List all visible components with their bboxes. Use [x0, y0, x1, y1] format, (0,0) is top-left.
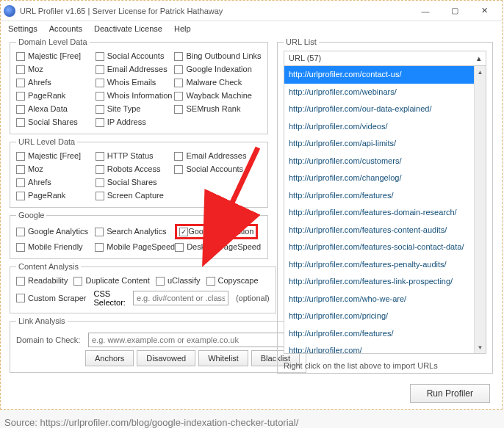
whitelist-button[interactable]: Whitelist — [198, 350, 248, 366]
google-group: Google Google AnalyticsSearch AnalyticsG… — [10, 211, 268, 259]
checkbox-majestic-free-[interactable]: Majestic [Free] — [16, 51, 96, 62]
url-item[interactable]: http://urlprofiler.com/customers/ — [284, 153, 474, 170]
content-analysis-group: Content Analysis ReadabilityDuplicate Co… — [10, 262, 276, 313]
url-item[interactable]: http://urlprofiler.com/videos/ — [284, 118, 474, 136]
google-legend: Google — [16, 211, 46, 220]
url-list-box[interactable]: http://urlprofiler.com/contact-us/http:/… — [284, 65, 486, 354]
checkbox-screen-capture[interactable]: Screen Capture — [96, 190, 175, 201]
checkbox-ahrefs[interactable]: Ahrefs — [16, 177, 96, 188]
custom-scraper-checkbox[interactable]: Custom Scraper — [16, 293, 86, 304]
content-legend: Content Analysis — [16, 262, 81, 271]
checkbox-desktop-pagespeed[interactable]: Desktop PageSpeed — [175, 242, 262, 253]
url-level-legend: URL Level Data — [16, 137, 77, 146]
url-item[interactable]: http://urlprofiler.com/pricing/ — [284, 308, 474, 325]
checkbox-social-accounts[interactable]: Social Accounts — [96, 51, 175, 62]
checkbox-alexa-data[interactable]: Alexa Data — [16, 104, 96, 115]
url-list-legend: URL List — [284, 37, 319, 46]
url-item[interactable]: http://urlprofiler.com/features-domain-r… — [284, 204, 474, 222]
checkbox-readability[interactable]: Readability — [16, 275, 68, 286]
menu-deactivate[interactable]: Deactivate License — [94, 24, 162, 33]
checkbox-moz[interactable]: Moz — [16, 164, 96, 175]
checkbox-[interactable] — [174, 117, 262, 128]
chevron-up-icon: ▴ — [477, 54, 481, 63]
link-analysis-group: Link Analysis Domain to Check: AnchorsDi… — [10, 316, 306, 373]
checkbox-duplicate-content[interactable]: Duplicate Content — [73, 275, 149, 286]
optional-label: (optional) — [236, 294, 270, 302]
url-level-group: URL Level Data Majestic [Free]HTTP Statu… — [10, 137, 268, 208]
url-item[interactable]: http://urlprofiler.com/features/ — [284, 325, 474, 343]
checkbox-[interactable] — [174, 177, 262, 188]
checkbox-copyscape[interactable]: Copyscape — [206, 275, 259, 286]
scroll-up-icon[interactable]: ▲ — [475, 66, 486, 78]
url-item[interactable]: http://urlprofiler.com/ — [284, 342, 474, 353]
checkbox-[interactable] — [174, 190, 262, 201]
checkbox-uclassify[interactable]: uClassify — [156, 275, 201, 286]
checkbox-moz[interactable]: Moz — [16, 64, 96, 75]
checkbox-google-indexation[interactable]: Google Indexation — [174, 64, 262, 75]
url-list-group: URL List URL (57)▴ http://urlprofiler.co… — [277, 37, 493, 374]
close-button[interactable]: ✕ — [469, 2, 499, 20]
checkbox-search-analytics[interactable]: Search Analytics — [95, 224, 175, 239]
domain-check-input[interactable] — [88, 333, 300, 347]
checkbox-google-analytics[interactable]: Google Analytics — [16, 224, 95, 239]
scroll-down-icon[interactable]: ▼ — [475, 341, 486, 353]
checkbox-whois-emails[interactable]: Whois Emails — [96, 77, 175, 88]
checkbox-pagerank[interactable]: PageRank — [16, 90, 96, 101]
url-item[interactable]: http://urlprofiler.com/features-penalty-… — [284, 256, 474, 274]
url-item[interactable]: http://urlprofiler.com/features-social-c… — [284, 239, 474, 256]
url-list-header[interactable]: URL (57)▴ — [284, 51, 486, 65]
checkbox-bing-outbound-links[interactable]: Bing Outbound Links — [174, 51, 262, 62]
checkbox-mobile-pagespeed[interactable]: Mobile PageSpeed — [95, 242, 175, 253]
checkbox-site-type[interactable]: Site Type — [96, 104, 175, 115]
link-legend: Link Analysis — [16, 316, 68, 325]
checkbox-robots-access[interactable]: Robots Access — [96, 164, 175, 175]
url-item[interactable]: http://urlprofiler.com/features-content-… — [284, 222, 474, 239]
url-list-hint: Right click on the list above to import … — [284, 361, 438, 370]
run-profiler-button[interactable]: Run Profiler — [410, 384, 490, 403]
checkbox-social-accounts[interactable]: Social Accounts — [174, 164, 262, 175]
domain-level-legend: Domain Level Data — [16, 37, 90, 46]
menu-bar: Settings Accounts Deactivate License Hel… — [1, 21, 502, 37]
css-selector-input[interactable] — [133, 291, 228, 305]
checkbox-ahrefs[interactable]: Ahrefs — [16, 77, 96, 88]
disavowed-button[interactable]: Disavowed — [137, 350, 195, 366]
checkbox-email-addresses[interactable]: Email Addresses — [96, 64, 175, 75]
scrollbar[interactable]: ▲ ▼ — [474, 66, 486, 353]
maximize-button[interactable]: ▢ — [440, 2, 469, 20]
domain-check-label: Domain to Check: — [16, 335, 85, 344]
menu-settings[interactable]: Settings — [8, 24, 37, 33]
anchors-button[interactable]: Anchors — [85, 350, 134, 366]
minimize-button[interactable]: — — [411, 2, 440, 20]
checkbox-semrush-rank[interactable]: SEMrush Rank — [174, 104, 262, 115]
checkbox-social-shares[interactable]: Social Shares — [96, 177, 175, 188]
checkbox-email-addresses[interactable]: Email Addresses — [174, 150, 262, 162]
checkbox-whois-information[interactable]: Whois Information — [96, 90, 175, 101]
url-item[interactable]: http://urlprofiler.com/changelog/ — [284, 170, 474, 187]
menu-help[interactable]: Help — [174, 24, 191, 33]
app-icon — [4, 5, 15, 17]
url-item[interactable]: http://urlprofiler.com/who-we-are/ — [284, 291, 474, 308]
checkbox-ip-address[interactable]: IP Address — [96, 117, 175, 128]
url-item[interactable]: http://urlprofiler.com/api-limits/ — [284, 135, 474, 153]
url-item[interactable]: http://urlprofiler.com/contact-us/ — [284, 66, 474, 84]
checkbox-http-status[interactable]: HTTP Status — [96, 150, 175, 162]
checkbox-pagerank[interactable]: PageRank — [16, 190, 96, 201]
url-item[interactable]: http://urlprofiler.com/features/ — [284, 187, 474, 205]
checkbox-majestic-free-[interactable]: Majestic [Free] — [16, 150, 96, 162]
checkbox-social-shares[interactable]: Social Shares — [16, 117, 96, 128]
url-item[interactable]: http://urlprofiler.com/webinars/ — [284, 84, 474, 101]
url-item[interactable]: http://urlprofiler.com/our-data-explaine… — [284, 101, 474, 118]
url-item[interactable]: http://urlprofiler.com/features-link-pro… — [284, 273, 474, 291]
checkbox-malware-check[interactable]: Malware Check — [174, 77, 262, 88]
domain-level-group: Domain Level Data Majestic [Free]Social … — [10, 37, 268, 134]
source-caption: Source: https://urlprofiler.com/blog/goo… — [0, 410, 504, 428]
window-title: URL Profiler v1.65 | Server License for … — [20, 7, 411, 15]
menu-accounts[interactable]: Accounts — [49, 24, 82, 33]
css-selector-label: CSS Selector: — [93, 289, 125, 307]
checkbox-google-indexation[interactable]: Google Indexation — [175, 224, 262, 239]
checkbox-wayback-machine[interactable]: Wayback Machine — [174, 90, 262, 101]
title-bar: URL Profiler v1.65 | Server License for … — [1, 1, 502, 21]
checkbox-mobile-friendly[interactable]: Mobile Friendly — [16, 242, 95, 253]
